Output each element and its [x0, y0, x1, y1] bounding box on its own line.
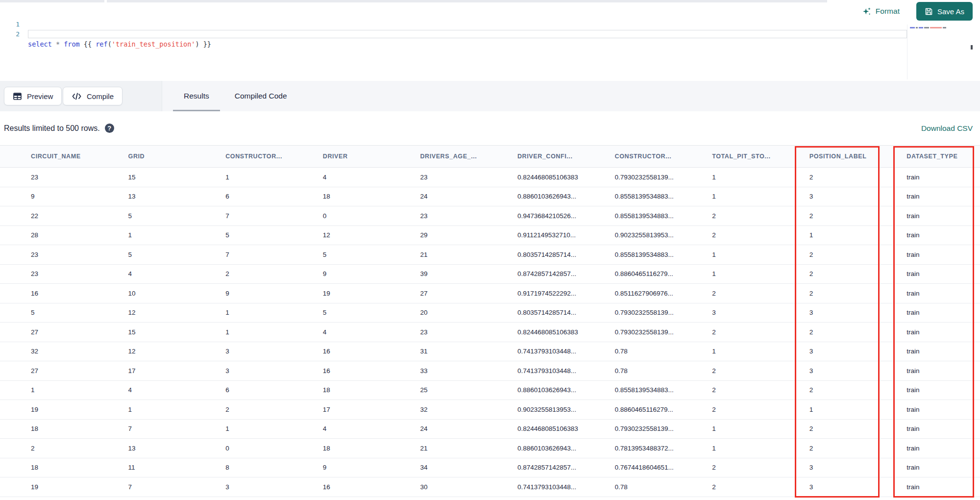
- download-csv-link[interactable]: Download CSV: [921, 111, 973, 145]
- table-cell: 0.7813953488372...: [615, 445, 712, 452]
- table-cell: 23: [31, 270, 128, 277]
- table-cell: 3: [809, 348, 907, 355]
- tab-compiled-code[interactable]: Compiled Code: [222, 81, 300, 111]
- table-cell: train: [906, 251, 980, 258]
- table-cell: 2: [712, 386, 809, 394]
- table-cell: 16: [323, 367, 420, 375]
- table-cell: 9: [31, 193, 128, 200]
- help-icon[interactable]: ?: [105, 124, 114, 133]
- column-header[interactable]: DRIVERS_AGE_...: [420, 153, 517, 160]
- line-number: 2: [0, 29, 20, 39]
- table-cell: 0.78: [615, 367, 712, 375]
- table-cell: 12: [128, 309, 226, 316]
- table-cell: 1: [712, 348, 809, 355]
- table-cell: 1: [128, 406, 226, 413]
- table-row: 213018210.8860103626943...0.781395348837…: [0, 439, 980, 458]
- table-cell: 2: [809, 445, 907, 452]
- table-cell: 0: [323, 212, 420, 220]
- table-cell: 7: [225, 251, 323, 258]
- editor-minimap[interactable]: [907, 25, 973, 79]
- column-header[interactable]: DRIVER: [323, 153, 420, 160]
- table-cell: 1: [712, 251, 809, 258]
- table-cell: 2: [809, 251, 907, 258]
- table-cell: 0.8558139534883...: [615, 386, 712, 394]
- table-row: 23575210.8035714285714...0.8558139534883…: [0, 245, 980, 265]
- column-header[interactable]: TOTAL_PIT_STO...: [712, 153, 809, 160]
- table-cell: 0.8558139534883...: [615, 212, 712, 220]
- code-editor[interactable]: select * from {{ ref('train_test_positio…: [28, 20, 211, 69]
- table-cell: 3: [225, 483, 323, 491]
- preview-button[interactable]: Preview: [4, 87, 62, 105]
- column-header[interactable]: DRIVER_CONFI...: [517, 153, 615, 160]
- table-cell: 1: [712, 425, 809, 432]
- table-cell: 1: [712, 174, 809, 181]
- table-cell: 0.8511627906976...: [615, 290, 712, 297]
- table-cell: 15: [128, 174, 226, 181]
- table-row: 913618240.8860103626943...0.855813953488…: [0, 187, 980, 207]
- table-cell: train: [906, 445, 980, 452]
- format-button[interactable]: Format: [859, 6, 903, 17]
- table-cell: 1: [712, 193, 809, 200]
- table-row: 18714240.8244680851063830.7930232558139.…: [0, 420, 980, 439]
- top-strip: [0, 0, 827, 2]
- table-cell: 0.7413793103448...: [517, 348, 615, 355]
- table-cell: 28: [31, 231, 128, 239]
- column-header[interactable]: POSITION_LABEL: [809, 153, 907, 160]
- table-cell: 39: [420, 270, 517, 277]
- code-line-1[interactable]: select * from {{ ref('train_test_positio…: [28, 39, 211, 49]
- table-cell: 4: [323, 174, 420, 181]
- table-cell: 0.9171974522292...: [517, 290, 615, 297]
- table-cell: 0.8742857142857...: [517, 270, 615, 277]
- table-cell: 23: [420, 328, 517, 336]
- results-limit-text: Results limited to 500 rows.: [4, 124, 100, 133]
- table-cell: 31: [420, 348, 517, 355]
- table-cell: train: [906, 290, 980, 297]
- table-cell: 2: [712, 367, 809, 375]
- table-cell: 20: [420, 309, 517, 316]
- table-cell: 1: [225, 309, 323, 316]
- table-cell: 0: [225, 445, 323, 452]
- table-cell: 1: [809, 406, 907, 413]
- column-header[interactable]: CONSTRUCTOR...: [615, 153, 712, 160]
- tab-results[interactable]: Results: [171, 81, 222, 111]
- line-number: 1: [0, 20, 20, 29]
- table-row: 281512290.9112149532710...0.902325581395…: [0, 226, 980, 246]
- column-header[interactable]: GRID: [128, 153, 226, 160]
- table-cell: 18: [323, 386, 420, 394]
- table-cell: train: [906, 193, 980, 200]
- table-cell: 1: [128, 231, 226, 239]
- column-header[interactable]: CIRCUIT_NAME: [31, 153, 128, 160]
- table-cell: 7: [225, 212, 323, 220]
- compile-button[interactable]: Compile: [63, 87, 122, 105]
- table-cell: 17: [323, 406, 420, 413]
- table-cell: 23: [420, 212, 517, 220]
- table-cell: 6: [225, 386, 323, 394]
- table-cell: 2: [712, 212, 809, 220]
- table-cell: 13: [128, 193, 226, 200]
- table-row: 197316300.7413793103448...0.7823train: [0, 477, 980, 497]
- table-cell: 2: [225, 270, 323, 277]
- column-header[interactable]: DATASET_TYPE: [906, 153, 980, 160]
- table-cell: 0.7930232558139...: [615, 425, 712, 432]
- table-cell: 2: [809, 270, 907, 277]
- code-line-2-empty[interactable]: [28, 30, 907, 38]
- table-cell: 0.9112149532710...: [517, 231, 615, 239]
- line-number-gutter: 1 2: [0, 20, 20, 39]
- table-cell: 4: [128, 270, 226, 277]
- table-cell: 3: [225, 367, 323, 375]
- table-cell: train: [906, 483, 980, 491]
- table-cell: 21: [420, 445, 517, 452]
- table-cell: 2: [712, 406, 809, 413]
- table-cell: 9: [323, 270, 420, 277]
- table-cell: 1: [31, 386, 128, 394]
- table-cell: 18: [323, 193, 420, 200]
- table-cell: 0.824468085106383: [517, 328, 615, 336]
- table-cell: 5: [323, 251, 420, 258]
- table-cell: train: [906, 425, 980, 432]
- table-cell: 3: [225, 348, 323, 355]
- table-cell: 24: [420, 425, 517, 432]
- table-cell: 2: [712, 290, 809, 297]
- column-header[interactable]: CONSTRUCTOR...: [225, 153, 323, 160]
- table-cell: 5: [128, 251, 226, 258]
- save-as-button[interactable]: Save As: [916, 2, 973, 21]
